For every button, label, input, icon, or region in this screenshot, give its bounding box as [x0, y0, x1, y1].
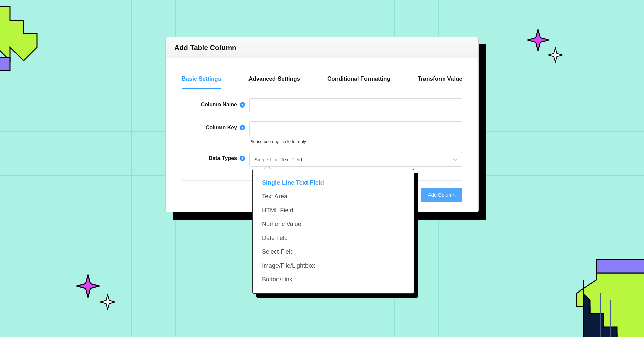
sparkle-icon: [548, 47, 563, 63]
decoration-bottom-right: [556, 259, 644, 337]
svg-marker-0: [0, 0, 37, 61]
dropdown-option[interactable]: SIngle Line Text Field: [253, 176, 414, 190]
dropdown-option[interactable]: Numeric Value: [253, 217, 414, 231]
tab-advanced-settings[interactable]: Advanced Settings: [248, 72, 300, 89]
column-name-input[interactable]: [249, 98, 462, 113]
data-types-value: Single Line Text Field: [254, 157, 302, 162]
dropdown-option[interactable]: HTML Field: [253, 204, 414, 217]
svg-marker-5: [583, 280, 617, 337]
data-types-label: Data Types: [209, 155, 237, 161]
modal-tabs: Basic Settings Advanced Settings Conditi…: [182, 72, 462, 89]
dropdown-option[interactable]: Button/Link: [253, 273, 414, 286]
add-column-button[interactable]: Add Column: [421, 188, 462, 202]
svg-marker-4: [597, 259, 644, 273]
info-icon[interactable]: i: [240, 102, 245, 108]
dropdown-option[interactable]: Select Field: [253, 245, 414, 259]
dropdown-option[interactable]: Date field: [253, 231, 414, 245]
data-types-select[interactable]: Single Line Text Field: [249, 152, 462, 167]
dropdown-option[interactable]: Text Area: [253, 190, 414, 204]
svg-marker-3: [577, 273, 644, 337]
decoration-top-left: [0, 0, 67, 81]
column-key-label: Column Key: [206, 125, 237, 131]
column-key-input[interactable]: [249, 121, 462, 136]
info-icon[interactable]: i: [240, 125, 245, 130]
modal-title: Add Table Column: [166, 37, 478, 58]
add-table-column-modal: Add Table Column Basic Settings Advanced…: [165, 37, 479, 212]
column-name-label: Column Name: [201, 102, 237, 108]
sparkle-icon: [76, 274, 100, 298]
svg-marker-1: [0, 44, 10, 71]
dropdown-option[interactable]: Image/File/Lightbox: [253, 259, 414, 273]
tab-conditional-formatting[interactable]: Conditional Formatting: [327, 72, 390, 89]
sparkle-icon: [527, 29, 550, 52]
info-icon[interactable]: i: [240, 156, 245, 161]
sparkle-icon: [99, 294, 116, 310]
tab-transform-value[interactable]: Transform Value: [418, 72, 462, 89]
data-types-dropdown: SIngle Line Text Field Text Area HTML Fi…: [252, 169, 414, 294]
tab-basic-settings[interactable]: Basic Settings: [182, 72, 221, 89]
column-key-help: Please use english letter only: [249, 139, 462, 144]
chevron-down-icon: [453, 157, 457, 162]
